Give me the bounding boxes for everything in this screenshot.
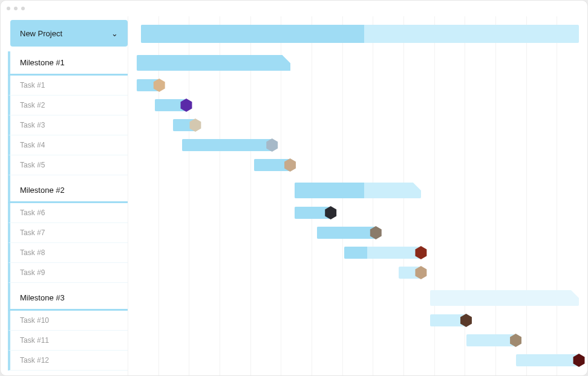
assignee-avatar[interactable] xyxy=(284,158,297,172)
chevron-down-icon: ⌄ xyxy=(111,29,118,38)
project-dropdown-label: New Project xyxy=(20,29,62,38)
traffic-light-dot xyxy=(7,7,10,10)
task-bar[interactable] xyxy=(317,227,376,239)
sidebar-task[interactable]: Task #4 xyxy=(8,135,128,155)
assignee-avatar[interactable] xyxy=(189,118,202,132)
sidebar-task[interactable]: Task #10 xyxy=(8,311,128,331)
sidebar: New Project ⌄ Milestone #1Task #1Task #2… xyxy=(1,16,128,375)
assignee-avatar[interactable] xyxy=(414,266,428,279)
traffic-light-dot xyxy=(14,7,18,10)
window-titlebar xyxy=(1,1,587,16)
gantt-chart[interactable] xyxy=(128,16,587,375)
app-window: New Project ⌄ Milestone #1Task #1Task #2… xyxy=(0,0,588,376)
sidebar-task[interactable]: Task #7 xyxy=(8,223,128,243)
milestone-bar[interactable] xyxy=(295,183,421,198)
sidebar-milestone[interactable]: Milestone #3 xyxy=(8,287,128,311)
sidebar-task[interactable]: Task #8 xyxy=(8,243,128,263)
assignee-avatar[interactable] xyxy=(266,138,279,152)
sidebar-task[interactable]: Task #3 xyxy=(8,115,128,135)
assignee-avatar[interactable] xyxy=(324,206,338,219)
task-bar[interactable] xyxy=(516,354,579,366)
assignee-avatar[interactable] xyxy=(572,354,586,367)
sidebar-task[interactable]: Task #2 xyxy=(8,96,128,115)
sidebar-milestone[interactable]: Milestone #1 xyxy=(8,51,128,76)
sidebar-task[interactable]: Task #5 xyxy=(8,155,128,175)
project-bar[interactable] xyxy=(141,25,579,43)
assignee-avatar[interactable] xyxy=(460,314,473,327)
assignee-avatar[interactable] xyxy=(180,99,193,112)
sidebar-task[interactable]: Task #9 xyxy=(8,263,128,283)
content-area: New Project ⌄ Milestone #1Task #1Task #2… xyxy=(1,16,587,375)
assignee-avatar[interactable] xyxy=(509,334,523,347)
milestone-bar[interactable] xyxy=(137,55,290,71)
task-bar[interactable] xyxy=(466,334,516,346)
project-dropdown[interactable]: New Project ⌄ xyxy=(10,20,128,47)
traffic-light-dot xyxy=(21,7,25,10)
sidebar-task[interactable]: Task #11 xyxy=(8,331,128,351)
assignee-avatar[interactable] xyxy=(414,246,428,259)
gantt-rows xyxy=(128,20,587,371)
sidebar-task[interactable]: Task #1 xyxy=(8,76,128,96)
sidebar-milestone[interactable]: Milestone #2 xyxy=(8,179,128,203)
task-bar[interactable] xyxy=(182,139,272,151)
assignee-avatar[interactable] xyxy=(152,79,166,92)
sidebar-task[interactable]: Task #12 xyxy=(8,351,128,371)
sidebar-task[interactable]: Task #6 xyxy=(8,203,128,223)
assignee-avatar[interactable] xyxy=(369,226,382,239)
task-bar[interactable] xyxy=(344,247,421,259)
milestone-bar[interactable] xyxy=(430,290,579,306)
